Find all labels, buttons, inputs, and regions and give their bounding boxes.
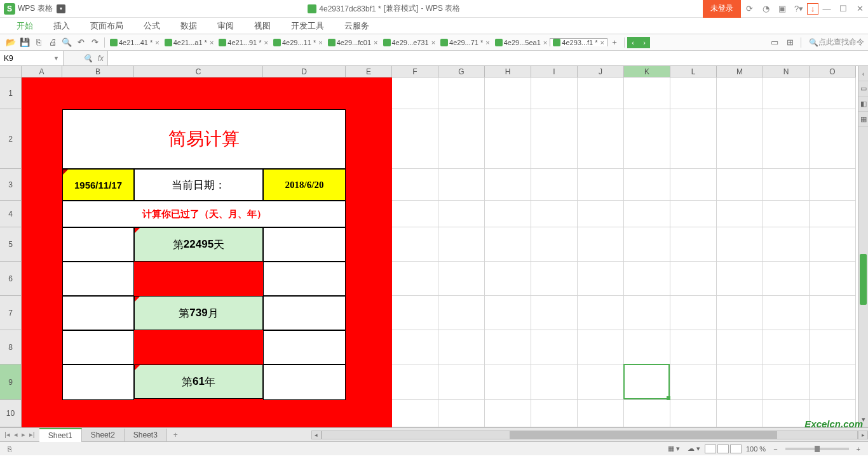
cell[interactable] <box>438 330 485 364</box>
cell[interactable] <box>438 400 485 427</box>
doc-tab[interactable]: 4e21...91 *× <box>216 39 271 46</box>
cell[interactable] <box>624 296 670 330</box>
maximize-button[interactable]: ☐ <box>835 0 851 18</box>
doc-tab[interactable]: 4e29...71 *× <box>438 39 492 46</box>
cell[interactable] <box>717 169 763 201</box>
cell[interactable] <box>531 262 578 296</box>
horizontal-scrollbar[interactable]: ◂ ▸ <box>311 431 868 439</box>
cell[interactable] <box>717 109 763 169</box>
row-header-2[interactable]: 2 <box>0 109 22 169</box>
cell[interactable] <box>717 77 763 109</box>
cell[interactable] <box>810 227 856 262</box>
cell[interactable] <box>578 400 624 427</box>
app-menu-dropdown[interactable]: ▾ <box>57 4 65 13</box>
col-header-L[interactable]: L <box>670 66 717 77</box>
row-header-5[interactable]: 5 <box>0 227 22 262</box>
cell[interactable] <box>624 330 670 364</box>
sidebar-props-icon[interactable]: ▦ <box>858 112 868 127</box>
col-header-I[interactable]: I <box>531 66 578 77</box>
hscroll-right[interactable]: ▸ <box>858 431 868 439</box>
cell[interactable] <box>531 109 578 169</box>
pin-icon[interactable]: ↓ <box>807 3 818 15</box>
cell[interactable] <box>438 296 485 330</box>
cell[interactable] <box>485 400 531 427</box>
cell[interactable] <box>763 77 810 109</box>
cell[interactable] <box>578 109 624 169</box>
close-tab-icon[interactable]: × <box>155 39 159 46</box>
cell[interactable] <box>624 77 670 109</box>
cell[interactable] <box>531 77 578 109</box>
cell[interactable] <box>438 201 485 227</box>
cell[interactable] <box>763 364 810 400</box>
menu-page-layout[interactable]: 页面布局 <box>80 18 133 34</box>
cell[interactable] <box>438 109 485 169</box>
hscroll-left[interactable]: ◂ <box>311 431 322 439</box>
cell-reference-box[interactable]: K9 ▼ <box>0 51 64 65</box>
cell[interactable] <box>392 227 438 262</box>
menu-start[interactable]: 开始 <box>6 18 43 34</box>
col-header-O[interactable]: O <box>810 66 856 77</box>
cell[interactable] <box>717 296 763 330</box>
cell[interactable] <box>810 77 856 109</box>
doc-tab[interactable]: 4e21...a1 *× <box>162 39 217 46</box>
doc-tab[interactable]: 4e29...fc01× <box>325 39 381 46</box>
cell[interactable] <box>392 400 438 427</box>
zoom-slider[interactable] <box>785 448 849 450</box>
window-icon[interactable]: ▭ <box>768 36 781 49</box>
col-header-B[interactable]: B <box>62 66 134 77</box>
sync-icon[interactable]: ⟳ <box>741 0 757 18</box>
skin-icon[interactable]: ◔ <box>757 0 774 18</box>
col-header-H[interactable]: H <box>485 66 531 77</box>
cell[interactable] <box>810 262 856 296</box>
cell[interactable] <box>485 262 531 296</box>
cell[interactable] <box>485 169 531 201</box>
spreadsheet-grid[interactable]: ABCDEFGHIJKLMNO 12345678910 简易计算 1956/11… <box>0 66 858 427</box>
cell[interactable] <box>438 77 485 109</box>
sheet-nav-next[interactable]: ▸ <box>20 431 27 439</box>
vertical-scrollbar-thumb[interactable] <box>860 254 867 305</box>
cell[interactable] <box>392 77 438 109</box>
cell[interactable] <box>717 364 763 400</box>
redo-icon[interactable]: ↷ <box>88 36 101 49</box>
col-header-M[interactable]: M <box>717 66 763 77</box>
cell[interactable] <box>485 77 531 109</box>
tab-nav-right[interactable]: › <box>639 37 650 48</box>
menu-insert[interactable]: 插入 <box>43 18 80 34</box>
cell[interactable] <box>485 227 531 262</box>
menu-developer[interactable]: 开发工具 <box>281 18 334 34</box>
cell[interactable] <box>670 262 717 296</box>
cell[interactable] <box>624 169 670 201</box>
menu-view[interactable]: 视图 <box>244 18 281 34</box>
cell[interactable] <box>578 169 624 201</box>
cell[interactable] <box>578 77 624 109</box>
close-tab-icon[interactable]: × <box>485 39 489 46</box>
cell[interactable] <box>763 296 810 330</box>
cell[interactable] <box>531 364 578 400</box>
cell[interactable] <box>392 262 438 296</box>
cell[interactable] <box>670 400 717 427</box>
cell[interactable] <box>624 364 670 400</box>
zoom-value[interactable]: 100 % <box>742 445 770 453</box>
cell[interactable] <box>624 109 670 169</box>
status-grid-icon[interactable]: ▦ ▾ <box>664 444 684 453</box>
cell[interactable] <box>624 201 670 227</box>
cell[interactable] <box>578 227 624 262</box>
cell[interactable] <box>531 201 578 227</box>
doc-tab[interactable]: 4e29...5ea1× <box>492 39 550 46</box>
cell[interactable] <box>810 296 856 330</box>
view-page-button[interactable] <box>717 444 729 453</box>
undo-icon[interactable]: ↶ <box>74 36 87 49</box>
search-fn-icon[interactable]: 🔍 <box>83 54 93 63</box>
close-tab-icon[interactable]: × <box>374 39 377 46</box>
row-header-6[interactable]: 6 <box>0 262 22 296</box>
fx-label[interactable]: fx <box>98 54 104 63</box>
minimize-button[interactable]: — <box>818 0 835 18</box>
cell[interactable] <box>810 169 856 201</box>
cell[interactable] <box>670 330 717 364</box>
sheet-nav-last[interactable]: ▸| <box>27 431 37 439</box>
close-tab-icon[interactable]: × <box>318 39 322 46</box>
cell[interactable] <box>624 262 670 296</box>
cell[interactable] <box>531 330 578 364</box>
cell[interactable] <box>717 400 763 427</box>
sidebar-collapse-icon[interactable]: ‹ <box>858 66 868 81</box>
